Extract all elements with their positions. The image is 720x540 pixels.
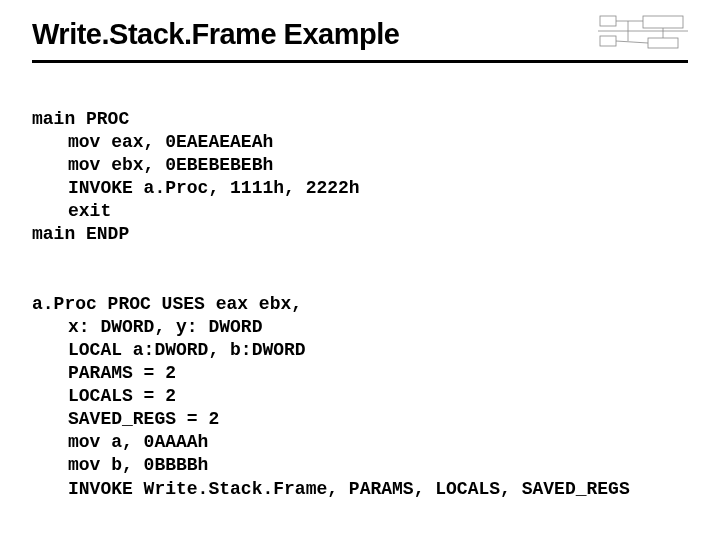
code-line: INVOKE Write.Stack.Frame, PARAMS, LOCALS…: [32, 479, 630, 499]
code-line: INVOKE a.Proc, 1111h, 2222h: [32, 178, 360, 198]
svg-rect-0: [600, 16, 616, 26]
svg-rect-3: [648, 38, 678, 48]
code-line: mov ebx, 0EBEBEBEBh: [32, 155, 273, 175]
svg-rect-2: [643, 16, 683, 28]
title-row: Write.Stack.Frame Example: [32, 18, 688, 54]
code-line: PARAMS = 2: [32, 363, 176, 383]
code-block-main: main PROC mov eax, 0EAEAEAEAh mov ebx, 0…: [32, 85, 688, 246]
code-line: a.Proc PROC USES eax ebx,: [32, 294, 302, 314]
code-line: main ENDP: [32, 224, 129, 244]
code-line: main PROC: [32, 109, 129, 129]
svg-rect-1: [600, 36, 616, 46]
code-line: LOCAL a:DWORD, b:DWORD: [32, 340, 306, 360]
architecture-diagram-icon: [598, 14, 688, 54]
code-line: mov a, 0AAAAh: [32, 432, 208, 452]
code-line: mov eax, 0EAEAEAEAh: [32, 132, 273, 152]
slide: Write.Stack.Frame Example main PROC mov …: [0, 0, 720, 501]
title-underline: [32, 60, 688, 63]
code-block-aproc: a.Proc PROC USES eax ebx, x: DWORD, y: D…: [32, 270, 688, 500]
slide-title: Write.Stack.Frame Example: [32, 18, 399, 51]
code-line: LOCALS = 2: [32, 386, 176, 406]
svg-line-5: [616, 41, 648, 43]
code-line: exit: [32, 201, 111, 221]
code-line: x: DWORD, y: DWORD: [32, 317, 262, 337]
code-line: SAVED_REGS = 2: [32, 409, 219, 429]
code-line: mov b, 0BBBBh: [32, 455, 208, 475]
